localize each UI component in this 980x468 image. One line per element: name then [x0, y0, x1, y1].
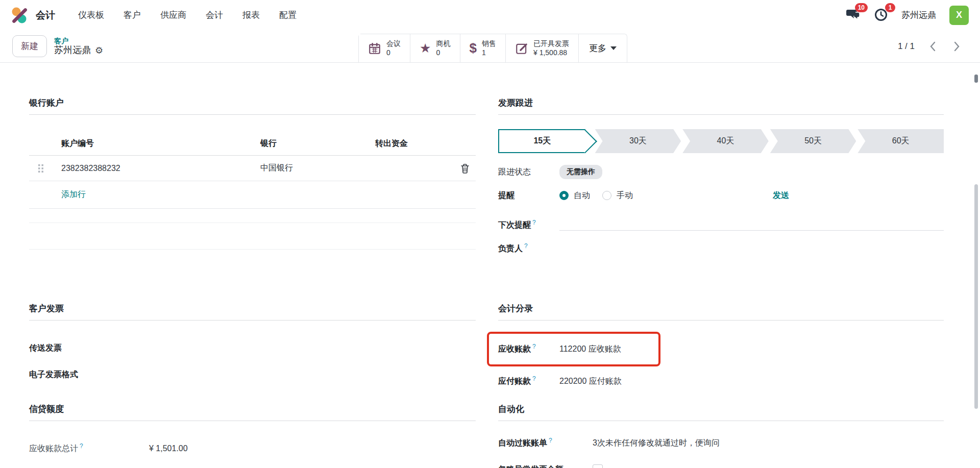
column-header-outgoing-funds[interactable]: 转出资金	[366, 138, 476, 149]
field-label: 传送发票	[29, 343, 62, 354]
invoice-edit-icon	[515, 42, 528, 55]
add-line-link[interactable]: 添加行	[29, 189, 86, 200]
more-label: 更多	[589, 42, 606, 54]
field-row-send-invoices: 传送发票	[29, 335, 476, 361]
dollar-icon: $	[470, 40, 477, 56]
field-label: 提醒	[498, 190, 559, 201]
more-button[interactable]: 更多	[579, 34, 627, 62]
field-row-reminder: 提醒 自动 手动 发送	[498, 188, 944, 203]
help-icon: ?	[532, 375, 536, 382]
field-value-auto-post[interactable]: 3次未作任何修改就通过时，便询问	[593, 438, 720, 449]
field-row-total-receivable: 应收账款总计? ¥ 1,501.00	[29, 436, 476, 461]
menu-item-settings[interactable]: 配置	[270, 4, 306, 26]
gear-icon[interactable]: ⚙	[95, 46, 103, 55]
navbar-right: 10 1 苏州远鼎 X	[845, 6, 969, 25]
reminder-radio-group: 自动 手动	[559, 190, 640, 201]
messages-badge: 10	[855, 3, 868, 12]
menu-item-reports[interactable]: 报表	[233, 4, 270, 26]
odoo-logo-icon[interactable]	[10, 6, 29, 24]
star-icon: ★	[420, 41, 431, 56]
column-header-bank[interactable]: 银行	[251, 138, 366, 149]
section-automation: 自动化 自动过账账单? 3次未作任何修改就通过时，便询问 忽略异常发票金额	[498, 403, 944, 468]
help-icon: ?	[80, 442, 83, 450]
section-title: 客户发票	[29, 303, 476, 321]
chevron-right-icon[interactable]	[951, 40, 962, 53]
step-40-days[interactable]: 40天	[682, 129, 769, 153]
stat-label: 销售	[482, 39, 496, 48]
cell-account-number[interactable]: 2382382388232	[52, 164, 251, 173]
field-row-dso: 销售变现天数 2.00	[29, 461, 476, 468]
radio-manual-label[interactable]: 手动	[617, 190, 633, 201]
field-row-ignore-abnormal: 忽略异常发票金额	[498, 462, 944, 468]
breadcrumb: 客户 苏州远鼎 ⚙	[54, 37, 103, 56]
menu-item-customers[interactable]: 客户	[114, 4, 151, 26]
top-navbar: 会计 仪表板 客户 供应商 会计 报表 配置 10 1 苏州远鼎 X	[0, 0, 980, 30]
activities-button[interactable]: 1	[874, 7, 888, 23]
send-link[interactable]: 发送	[773, 190, 789, 201]
field-label: 下次提醒?	[498, 219, 559, 231]
pager: 1 / 1	[898, 40, 962, 53]
step-15-days[interactable]: 15天	[498, 129, 585, 153]
stat-button-opportunities[interactable]: ★ 商机 0	[410, 34, 460, 62]
step-30-days[interactable]: 30天	[595, 129, 681, 153]
user-avatar[interactable]: X	[949, 6, 969, 25]
field-label: 应付账款?	[498, 375, 559, 387]
table-row[interactable]: 2382382388232 中国银行	[29, 156, 476, 181]
chevron-left-icon[interactable]	[928, 40, 938, 53]
record-title: 苏州远鼎	[54, 45, 91, 56]
radio-auto[interactable]	[559, 191, 569, 200]
radio-auto-label[interactable]: 自动	[574, 190, 590, 201]
stat-value: 1	[482, 48, 496, 58]
column-header-account-number[interactable]: 账户编号	[52, 138, 251, 149]
section-credit-limit: 信贷额度 应收账款总计? ¥ 1,501.00 销售变现天数 2.00	[29, 403, 476, 468]
field-value-receivable-account[interactable]: 112200 应收账款	[559, 344, 621, 355]
menu-item-dashboard[interactable]: 仪表板	[68, 4, 114, 26]
scrollbar-thumb[interactable]	[974, 184, 978, 409]
stat-button-sales[interactable]: $ 销售 1	[460, 34, 506, 62]
field-label: 忽略异常发票金额	[498, 464, 593, 468]
radio-manual[interactable]	[602, 191, 611, 200]
stat-value: 0	[436, 48, 451, 58]
cell-bank[interactable]: 中国银行	[251, 163, 366, 174]
field-label: 负责人?	[498, 242, 559, 254]
field-value-payable-account[interactable]: 220200 应付账款	[559, 376, 622, 387]
section-title: 银行账户	[29, 97, 476, 115]
company-switcher[interactable]: 苏州远鼎	[901, 9, 936, 21]
field-row-responsible: 负责人?	[498, 241, 944, 256]
right-column: 发票跟进 15天 30天 40天 50天 60天 跟进状态 无需操作 提醒 自动…	[498, 97, 944, 468]
stat-button-meetings[interactable]: 会议 0	[359, 34, 410, 62]
activities-badge: 1	[885, 3, 895, 12]
bank-accounts-table: 账户编号 银行 转出资金 2382382388	[29, 132, 476, 250]
new-button[interactable]: 新建	[12, 35, 47, 57]
step-60-days[interactable]: 60天	[857, 129, 944, 153]
ignore-abnormal-checkbox[interactable]	[593, 464, 603, 468]
help-icon: ?	[532, 219, 536, 226]
delete-row-button[interactable]	[460, 163, 470, 174]
menu-item-accounting[interactable]: 会计	[196, 4, 233, 26]
stat-label: 商机	[436, 39, 451, 48]
drag-handle-icon	[38, 164, 44, 173]
app-name[interactable]: 会计	[36, 9, 55, 22]
messages-button[interactable]: 10	[845, 7, 861, 23]
field-label: 跟进状态	[498, 167, 559, 178]
section-title: 自动化	[498, 403, 944, 421]
section-invoice-followup: 发票跟进 15天 30天 40天 50天 60天 跟进状态 无需操作 提醒 自动…	[498, 97, 944, 303]
scrollbar-tick	[974, 75, 978, 83]
breadcrumb-parent[interactable]: 客户	[54, 37, 103, 45]
step-50-days[interactable]: 50天	[770, 129, 856, 153]
empty-table-row	[29, 223, 476, 250]
help-icon: ?	[524, 242, 528, 250]
stat-button-invoiced[interactable]: 已开具发票 ¥ 1,500.88	[506, 34, 579, 62]
stat-value: 0	[386, 48, 401, 58]
next-reminder-input[interactable]	[559, 217, 944, 231]
highlight-box: 应收账款? 112200 应收账款	[487, 332, 660, 366]
breadcrumb-current: 苏州远鼎 ⚙	[54, 45, 103, 56]
left-column: 银行账户 账户编号 银行 转出资金	[29, 97, 476, 468]
drag-handle[interactable]	[29, 164, 52, 173]
calendar-icon	[368, 42, 381, 55]
menu-item-vendors[interactable]: 供应商	[151, 4, 196, 26]
trash-icon	[460, 163, 470, 174]
field-row-followup-status: 跟进状态 无需操作	[498, 164, 944, 180]
field-value-total-receivable[interactable]: ¥ 1,501.00	[149, 444, 188, 453]
section-title: 会计分录	[498, 303, 944, 321]
